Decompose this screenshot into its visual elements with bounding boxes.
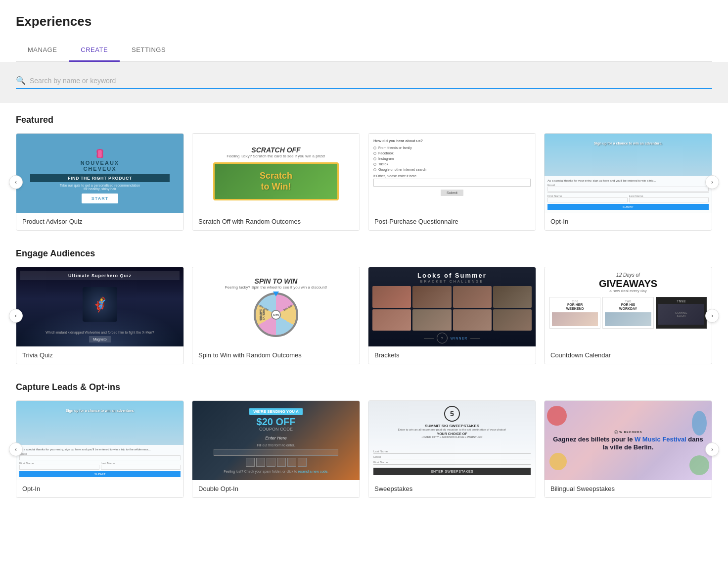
card-double-opt-in-image: WE'RE SENDING YOU A $20 OFF COUPON CODE … (192, 401, 360, 480)
main-content: Featured ‹ (0, 103, 728, 528)
card-brackets-image: Looks of Summer BRACKET CHALLENGE (368, 267, 536, 346)
header: Experiences MANAGE CREATE SETTINGS (0, 0, 728, 62)
engage-section: Engage Audiences ‹ (16, 248, 712, 364)
engage-prev-arrow[interactable]: ‹ (9, 309, 23, 323)
spin-wheel: 10% OFF 25% OFF FREESHIPPING $20 GIFTCAR… (254, 292, 298, 337)
card-trivia-quiz[interactable]: Ultimate Superhero Quiz 🦸 Which mutant k… (16, 267, 184, 364)
capture-cards-grid: Sign up for a chance to win an adventure… (16, 400, 712, 498)
engage-cards-wrapper: ‹ Ultimate Superhero Quiz (16, 267, 712, 364)
quiz-desc: Take our quiz to get a personalized reco… (60, 184, 140, 191)
search-container: 🔍 (16, 76, 712, 89)
card-sweepstakes-image: 5 SUMMIT SKI SWEEPSTAKES Enter to win an… (368, 401, 536, 480)
trivia-title: Ultimate Superhero Quiz (20, 271, 180, 280)
card-scratch-off-image: SCRATCH OFF Feeling lucky? Scratch the c… (192, 134, 360, 213)
card-sweepstakes-label: Sweepstakes (368, 480, 536, 497)
tab-manage[interactable]: MANAGE (16, 39, 69, 62)
card-trivia-image: Ultimate Superhero Quiz 🦸 Which mutant k… (16, 267, 183, 346)
card-opt-in-capture[interactable]: Sign up for a chance to win an adventure… (16, 400, 184, 498)
card-bilingual-sweepstakes[interactable]: 🎧 W RECORDS Gagnez des billets pour le W… (544, 400, 712, 498)
card-post-purchase-label: Post-Purchase Questionnaire (368, 213, 536, 230)
card-bilingual-sweepstakes-label: Bilingual Sweepstakes (545, 480, 712, 497)
card-countdown-calendar-label: Countdown Calendar (545, 346, 712, 364)
engage-cards-grid: Ultimate Superhero Quiz 🦸 Which mutant k… (16, 267, 712, 364)
bilingual-preview: 🎧 W RECORDS Gagnez des billets pour le W… (545, 401, 712, 480)
sweepstakes-preview: 5 SUMMIT SKI SWEEPSTAKES Enter to win an… (368, 401, 536, 480)
search-input[interactable] (30, 77, 712, 85)
countdown-preview: 12 Days of GIVEAWAYS a new deal every da… (545, 267, 712, 346)
featured-prev-arrow[interactable]: ‹ (9, 175, 23, 189)
capture-section: Capture Leads & Opt-ins ‹ Sign up for a … (16, 382, 712, 498)
double-optin-preview: WE'RE SENDING YOU A $20 OFF COUPON CODE … (192, 401, 360, 480)
card-opt-in-capture-label: Opt-In (16, 480, 183, 497)
card-scratch-off-label: Scratch Off with Random Outcomes (192, 213, 360, 230)
engage-section-title: Engage Audiences (16, 248, 712, 259)
card-opt-in-featured-label: Opt-In (545, 213, 712, 230)
card-opt-in-featured-image: Sign up for a chance to win an adventure… (545, 134, 712, 213)
card-sweepstakes[interactable]: 5 SUMMIT SKI SWEEPSTAKES Enter to win an… (368, 400, 536, 498)
featured-next-arrow[interactable]: › (705, 175, 719, 189)
featured-section: Featured ‹ (16, 115, 712, 231)
card-post-purchase[interactable]: How did you hear about us? From friends … (368, 133, 536, 231)
card-spin-image: SPIN TO WIN Feeling lucky? Spin the whee… (192, 267, 360, 346)
search-area: 🔍 (0, 62, 728, 103)
card-brackets[interactable]: Looks of Summer BRACKET CHALLENGE (368, 267, 536, 364)
brackets-preview: Looks of Summer BRACKET CHALLENGE (368, 267, 536, 346)
card-double-opt-in[interactable]: WE'RE SENDING YOU A $20 OFF COUPON CODE … (192, 400, 360, 498)
card-spin-to-win[interactable]: SPIN TO WIN Feeling lucky? Spin the whee… (192, 267, 360, 364)
survey-preview: How did you hear about us? From friends … (368, 134, 536, 213)
trivia-question: Which mutant kidnapped Wolverine and for… (44, 329, 156, 336)
scratch-text: Scratchto Win! (222, 171, 330, 192)
card-opt-in-featured[interactable]: Sign up for a chance to win an adventure… (544, 133, 712, 231)
quiz-start-btn: START (82, 194, 118, 203)
capture-cards-wrapper: ‹ Sign up for a chance to win an adventu… (16, 400, 712, 498)
card-countdown-calendar[interactable]: 12 Days of GIVEAWAYS a new deal every da… (544, 267, 712, 364)
optin-capture-preview: Sign up for a chance to win an adventure… (16, 401, 183, 480)
spin-preview: SPIN TO WIN Feeling lucky? Spin the whee… (192, 267, 360, 346)
scratch-title: SCRATCH OFF (251, 146, 300, 154)
quiz-preview: NOUVEAUXCHEVEUX FIND THE RIGHT PRODUCT T… (16, 134, 183, 213)
card-product-advisor-quiz-label: Product Advisor Quiz (16, 213, 183, 230)
featured-cards-grid: NOUVEAUXCHEVEUX FIND THE RIGHT PRODUCT T… (16, 133, 712, 231)
page-title: Experiences (16, 14, 712, 29)
page-wrapper: Experiences MANAGE CREATE SETTINGS 🔍 Fea… (0, 0, 728, 585)
brand-name: NOUVEAUXCHEVEUX (81, 160, 119, 172)
quiz-tagline: FIND THE RIGHT PRODUCT (30, 174, 170, 182)
card-brackets-label: Brackets (368, 346, 536, 364)
tab-create[interactable]: CREATE (69, 39, 120, 62)
scratch-box: Scratchto Win! (213, 162, 339, 200)
survey-submit: Submit (441, 190, 463, 196)
card-opt-in-capture-image: Sign up for a chance to win an adventure… (16, 401, 183, 480)
scratch-subtitle: Feeling lucky? Scratch the card to see i… (227, 154, 325, 158)
capture-section-title: Capture Leads & Opt-ins (16, 382, 712, 392)
capture-prev-arrow[interactable]: ‹ (9, 442, 23, 456)
tab-settings[interactable]: SETTINGS (120, 39, 178, 62)
card-scratch-off[interactable]: SCRATCH OFF Feeling lucky? Scratch the c… (192, 133, 360, 231)
card-product-advisor-quiz-image: NOUVEAUXCHEVEUX FIND THE RIGHT PRODUCT T… (16, 134, 183, 213)
featured-cards-wrapper: ‹ (16, 133, 712, 231)
card-trivia-quiz-label: Trivia Quiz (16, 346, 183, 364)
card-countdown-image: 12 Days of GIVEAWAYS a new deal every da… (545, 267, 712, 346)
optin-preview: Sign up for a chance to win an adventure… (545, 134, 712, 213)
capture-next-arrow[interactable]: › (705, 442, 719, 456)
trivia-preview: Ultimate Superhero Quiz 🦸 Which mutant k… (16, 267, 183, 346)
card-double-opt-in-label: Double Opt-In (192, 480, 360, 497)
engage-next-arrow[interactable]: › (705, 309, 719, 323)
card-post-purchase-image: How did you hear about us? From friends … (368, 134, 536, 213)
tabs-nav: MANAGE CREATE SETTINGS (16, 39, 712, 62)
search-icon: 🔍 (16, 76, 26, 85)
card-spin-to-win-label: Spin to Win with Random Outcomes (192, 346, 360, 364)
featured-section-title: Featured (16, 115, 712, 125)
scratch-preview: SCRATCH OFF Feeling lucky? Scratch the c… (192, 134, 360, 213)
card-bilingual-image: 🎧 W RECORDS Gagnez des billets pour le W… (545, 401, 712, 480)
lotus-icon (90, 143, 110, 158)
card-product-advisor-quiz[interactable]: NOUVEAUXCHEVEUX FIND THE RIGHT PRODUCT T… (16, 133, 184, 231)
